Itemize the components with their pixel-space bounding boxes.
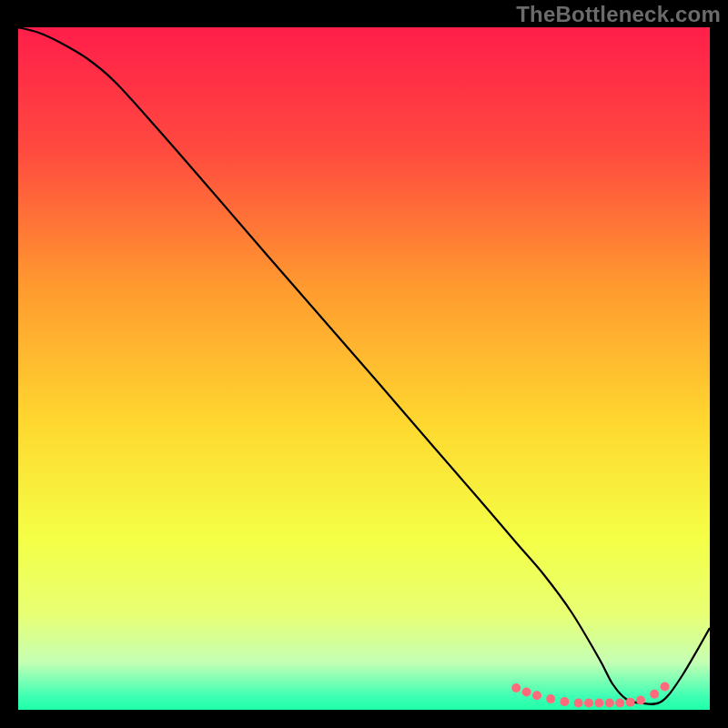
chart-svg — [18, 27, 710, 710]
minimum-marker — [615, 699, 624, 708]
minimum-marker — [661, 682, 670, 692]
minimum-marker — [574, 699, 583, 708]
minimum-marker — [532, 691, 541, 700]
minimum-marker — [650, 690, 659, 699]
minimum-marker — [605, 699, 614, 708]
minimum-marker — [546, 694, 555, 703]
gradient-background — [18, 27, 710, 710]
watermark-text: TheBottleneck.com — [516, 2, 721, 27]
minimum-marker — [594, 699, 603, 708]
minimum-marker — [626, 698, 635, 707]
minimum-marker — [560, 697, 569, 706]
minimum-marker — [511, 683, 521, 693]
chart-frame: TheBottleneck.com — [0, 0, 728, 728]
minimum-marker — [522, 688, 531, 697]
minimum-marker — [636, 696, 645, 705]
plot-area — [18, 27, 710, 710]
minimum-marker — [584, 699, 593, 708]
